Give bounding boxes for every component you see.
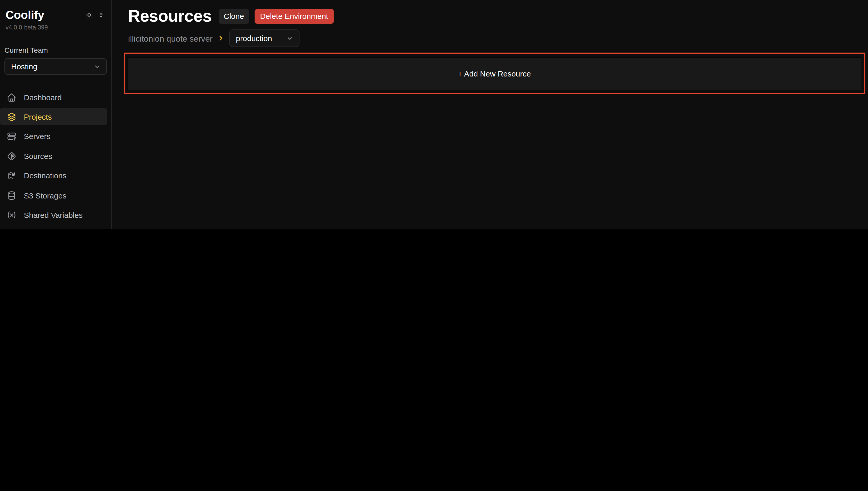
current-team-label: Current Team bbox=[4, 46, 106, 54]
sidebar-item-label: S3 Storages bbox=[24, 191, 66, 200]
sidebar-item-label: Shared Variables bbox=[24, 211, 83, 220]
clone-button[interactable]: Clone bbox=[219, 8, 249, 24]
team-select[interactable]: Hosting bbox=[4, 58, 106, 75]
git-icon bbox=[7, 151, 17, 161]
database-icon bbox=[7, 191, 17, 201]
layers-icon bbox=[7, 112, 17, 122]
sidebar-item-shared-variables[interactable]: Shared Variables bbox=[0, 206, 107, 224]
chevrons-up-down-icon[interactable] bbox=[97, 11, 104, 19]
main-content: Resources Clone Delete Environment illic… bbox=[112, 0, 868, 229]
sidebar-header-icons bbox=[85, 10, 104, 19]
sidebar-item-projects[interactable]: Projects bbox=[0, 108, 107, 125]
map-x-icon bbox=[7, 171, 17, 181]
breadcrumb: illicitonion quote server production bbox=[128, 29, 868, 47]
sidebar-item-servers[interactable]: Servers bbox=[0, 128, 107, 145]
environment-select[interactable]: production bbox=[229, 29, 300, 47]
variable-icon bbox=[7, 210, 17, 220]
add-new-resource-label: + Add New Resource bbox=[458, 69, 531, 78]
sidebar-item-label: Sources bbox=[24, 152, 52, 161]
sidebar: Coolify v4.0.0-beta.399 Current Team Hos… bbox=[0, 0, 112, 229]
sidebar-item-label: Dashboard bbox=[24, 93, 62, 102]
page-header: Resources Clone Delete Environment bbox=[112, 0, 868, 24]
sidebar-item-sources[interactable]: Sources bbox=[0, 148, 107, 165]
server-bolt-icon bbox=[7, 132, 17, 142]
team-select-value: Hosting bbox=[11, 62, 37, 71]
sidebar-item-s3-storages[interactable]: S3 Storages bbox=[0, 187, 107, 204]
sidebar-item-label: Servers bbox=[24, 132, 50, 141]
sidebar-nav: DashboardProjectsServersSourcesDestinati… bbox=[0, 89, 111, 229]
annotation-highlight-box: + Add New Resource bbox=[124, 53, 865, 94]
breadcrumb-project[interactable]: illicitonion quote server bbox=[128, 34, 213, 43]
chevron-down-icon bbox=[93, 62, 101, 70]
sidebar-header: Coolify bbox=[0, 0, 111, 21]
app-root: Coolify v4.0.0-beta.399 Current Team Hos… bbox=[0, 0, 868, 229]
environment-select-value: production bbox=[236, 34, 272, 42]
theme-toggle-sun-icon[interactable] bbox=[85, 10, 93, 19]
sidebar-item-label: Destinations bbox=[24, 171, 66, 180]
sidebar-item-label: Projects bbox=[24, 112, 52, 121]
chevron-right-icon bbox=[217, 34, 225, 42]
app-logo: Coolify bbox=[5, 8, 44, 21]
home-icon bbox=[7, 92, 17, 102]
delete-environment-button[interactable]: Delete Environment bbox=[254, 8, 334, 24]
add-new-resource-button[interactable]: + Add New Resource bbox=[127, 57, 861, 90]
page-title: Resources bbox=[128, 8, 212, 24]
sidebar-item-destinations[interactable]: Destinations bbox=[0, 167, 107, 184]
chevron-down-icon bbox=[286, 34, 294, 42]
sidebar-item-dashboard[interactable]: Dashboard bbox=[0, 89, 107, 106]
app-version: v4.0.0-beta.399 bbox=[0, 21, 111, 30]
sidebar-item-notifications[interactable]: Notifications bbox=[0, 226, 107, 229]
